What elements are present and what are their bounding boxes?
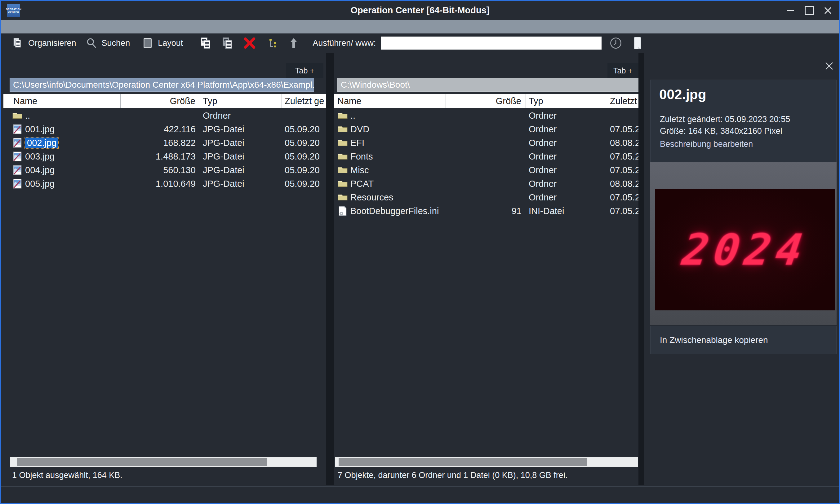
- left-status-text: 1 Objekt ausgewählt, 164 KB.: [12, 470, 122, 480]
- operation-center-window: Operation Center [64-Bit-Modus] OPERATIO…: [0, 0, 840, 504]
- folder-icon: [337, 110, 348, 121]
- file-type: Ordner: [526, 136, 607, 150]
- file-info-panel: 002.jpg Zuletzt geändert: 05.09.2023 20:…: [650, 79, 837, 162]
- file-date: 05.09.20: [282, 177, 326, 191]
- sidebar-close-button[interactable]: [821, 59, 837, 73]
- image-preview-area: 2024: [650, 162, 837, 325]
- modified-date-text: Zuletzt geändert: 05.09.2023 20:55: [660, 114, 790, 124]
- column-date[interactable]: Zuletzt: [607, 94, 638, 108]
- file-size: [446, 177, 526, 191]
- preview-file-name: 002.jpg: [659, 87, 706, 102]
- delete-button[interactable]: [243, 37, 256, 50]
- preview-image-digits: 2024: [679, 224, 810, 275]
- file-row[interactable]: .. Ordner: [334, 109, 638, 122]
- file-size: [446, 109, 526, 122]
- left-column-header: Name Größe Typ Zuletzt ge: [3, 94, 326, 108]
- pane-divider[interactable]: [326, 53, 334, 485]
- file-date: 08.08.2: [607, 177, 638, 191]
- file-row[interactable]: BootDebuggerFiles.ini 91 INI-Datei 07.05…: [334, 204, 638, 218]
- file-row[interactable]: 001.jpg 422.116 JPG-Datei 05.09.20: [3, 122, 326, 136]
- folder-icon: [337, 165, 348, 175]
- file-date: 08.08.2: [607, 136, 638, 150]
- right-horizontal-scrollbar[interactable]: [335, 457, 638, 467]
- file-row[interactable]: DVD Ordner 07.05.2: [334, 122, 638, 136]
- minimize-button[interactable]: [784, 4, 798, 17]
- scrollbar-thumb[interactable]: [17, 458, 267, 466]
- clock-icon: [609, 36, 623, 50]
- tree-button[interactable]: [267, 37, 278, 49]
- sidebar-action-link[interactable]: [644, 413, 837, 429]
- copy-button[interactable]: [199, 36, 213, 50]
- sidebar-action-link[interactable]: [644, 379, 837, 396]
- file-date: 07.05.2: [607, 191, 638, 204]
- file-row[interactable]: 004.jpg 560.130 JPG-Datei 05.09.20: [3, 163, 326, 177]
- left-tab-add-button[interactable]: Tab +: [286, 63, 323, 78]
- file-icon: [12, 124, 23, 134]
- move-button[interactable]: [221, 36, 235, 50]
- file-row[interactable]: Misc Ordner 07.05.2: [334, 163, 638, 177]
- file-row[interactable]: 002.jpg 168.822 JPG-Datei 05.09.20: [3, 136, 326, 150]
- file-size: [446, 122, 526, 136]
- scrollbar-thumb[interactable]: [339, 458, 587, 466]
- jpg-file-icon: [12, 138, 23, 148]
- run-url-input[interactable]: [381, 37, 602, 50]
- search-icon: [86, 37, 97, 49]
- left-path-bar[interactable]: C:\Users\info\Documents\Operation Center…: [10, 78, 314, 92]
- move-icon: [221, 36, 235, 50]
- history-button[interactable]: [609, 36, 623, 50]
- close-button[interactable]: [821, 4, 835, 17]
- organize-button[interactable]: Organisieren: [12, 37, 76, 49]
- file-icon: [12, 110, 23, 121]
- file-date: 07.05.2: [607, 150, 638, 163]
- maximize-button[interactable]: [802, 4, 817, 17]
- file-row[interactable]: 003.jpg 1.488.173 JPG-Datei 05.09.20: [3, 150, 326, 163]
- column-type[interactable]: Typ: [200, 94, 282, 108]
- layout-button[interactable]: Layout: [142, 37, 183, 49]
- file-icon: [337, 165, 348, 175]
- right-file-list: .. Ordner DVD Ordner 07.05.2: [334, 109, 638, 218]
- file-name: 001.jpg: [25, 124, 55, 134]
- sidebar-action-link[interactable]: [644, 362, 837, 379]
- file-date: 07.05.2: [607, 204, 638, 218]
- file-name: PCAT: [350, 179, 374, 189]
- file-type: INI-Datei: [526, 204, 607, 218]
- file-row[interactable]: .. Ordner: [3, 109, 326, 122]
- sidebar-actions: [644, 362, 837, 463]
- file-row[interactable]: Resources Ordner 07.05.2: [334, 191, 638, 204]
- sidebar-divider[interactable]: [638, 53, 644, 485]
- right-path-bar[interactable]: C:\Windows\Boot\: [337, 78, 638, 92]
- search-button[interactable]: Suchen: [86, 37, 130, 49]
- sidebar-action-link[interactable]: [644, 396, 837, 413]
- left-horizontal-scrollbar[interactable]: [10, 457, 316, 467]
- file-row[interactable]: PCAT Ordner 08.08.2: [334, 177, 638, 191]
- file-name: ..: [350, 111, 355, 121]
- column-name[interactable]: Name: [3, 94, 121, 108]
- column-type[interactable]: Typ: [526, 94, 607, 108]
- file-row[interactable]: EFI Ordner 08.08.2: [334, 136, 638, 150]
- app-logo-icon[interactable]: OPERATION CENTER: [7, 4, 20, 17]
- edit-description-link[interactable]: Beschreibung bearbeiten: [660, 139, 753, 149]
- column-name[interactable]: Name: [334, 94, 446, 108]
- file-size: 422.116: [121, 122, 200, 136]
- up-button[interactable]: [288, 37, 299, 49]
- right-tab-add-button[interactable]: Tab +: [607, 63, 638, 78]
- search-label: Suchen: [102, 38, 130, 48]
- mobile-button[interactable]: [633, 36, 642, 50]
- sidebar-action-link[interactable]: [644, 446, 837, 463]
- column-date[interactable]: Zuletzt ge: [282, 94, 326, 108]
- maximize-icon: [805, 6, 814, 15]
- copy-to-clipboard-label: In Zwischenablage kopieren: [660, 335, 768, 345]
- folder-icon: [337, 192, 348, 203]
- file-row[interactable]: 005.jpg 1.010.649 JPG-Datei 05.09.20: [3, 177, 326, 191]
- column-size[interactable]: Größe: [121, 94, 200, 108]
- delete-icon: [243, 37, 256, 50]
- file-name: BootDebuggerFiles.ini: [350, 206, 439, 216]
- folder-icon: [337, 178, 348, 189]
- file-date: 07.05.2: [607, 163, 638, 177]
- column-size[interactable]: Größe: [446, 94, 526, 108]
- file-row[interactable]: Fonts Ordner 07.05.2: [334, 150, 638, 163]
- file-icon: [337, 151, 348, 162]
- sidebar-action-link[interactable]: [644, 429, 837, 446]
- copy-to-clipboard-button[interactable]: In Zwischenablage kopieren: [650, 326, 837, 354]
- preview-image[interactable]: 2024: [655, 189, 835, 310]
